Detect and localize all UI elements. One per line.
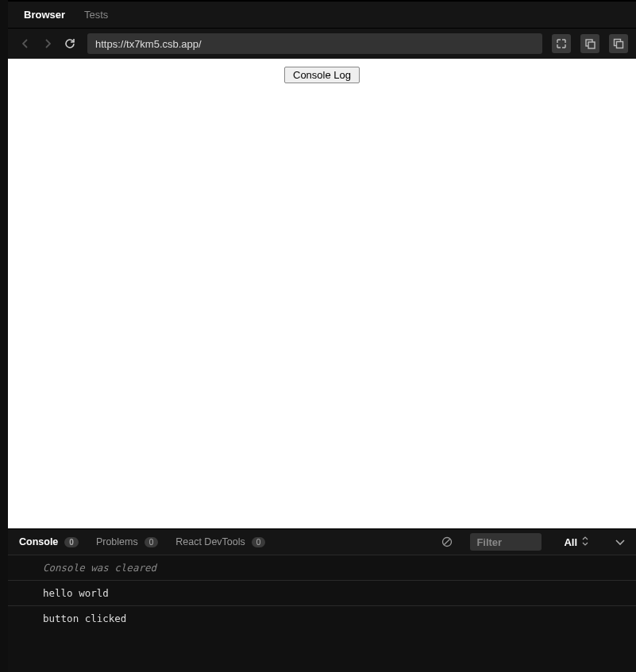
chevron-down-icon <box>615 540 625 546</box>
problems-badge: 0 <box>145 537 159 547</box>
filter-input[interactable] <box>470 533 542 551</box>
react-badge: 0 <box>252 537 266 547</box>
app-root: Browser Tests Console Log <box>0 0 636 672</box>
collapse-panel-button[interactable] <box>615 535 625 549</box>
console-badge: 0 <box>64 537 79 547</box>
preview-tabs: Browser Tests <box>0 0 636 29</box>
tab-tests[interactable]: Tests <box>84 9 108 21</box>
left-strip <box>0 0 8 672</box>
reload-icon <box>64 37 76 50</box>
tab-console-label: Console <box>19 536 58 547</box>
forward-button[interactable] <box>41 39 54 48</box>
log-level-select[interactable]: All <box>559 536 593 548</box>
layers-button[interactable] <box>609 34 628 53</box>
expand-icon <box>556 38 567 49</box>
updown-icon <box>582 536 588 548</box>
copy-icon <box>584 38 596 49</box>
stack-icon <box>613 38 624 49</box>
tab-console[interactable]: Console 0 <box>19 536 79 547</box>
console-line: button clicked <box>8 605 636 631</box>
preview-pane: Console Log <box>8 59 636 528</box>
chevron-left-icon <box>22 39 29 48</box>
preview-content: Console Log <box>8 59 636 83</box>
reload-button[interactable] <box>64 37 78 50</box>
new-window-button[interactable] <box>552 34 571 53</box>
ban-icon <box>441 536 453 547</box>
url-input[interactable] <box>87 33 542 54</box>
clear-console-button[interactable] <box>441 536 453 547</box>
tab-browser[interactable]: Browser <box>24 9 65 21</box>
console-line: hello world <box>8 580 636 605</box>
console-line: Console was cleared <box>8 555 636 580</box>
console-log-button[interactable]: Console Log <box>284 67 360 83</box>
tab-problems[interactable]: Problems 0 <box>96 536 158 547</box>
svg-line-5 <box>445 539 451 545</box>
devtools-panel: Console 0 Problems 0 React DevTools 0 Al… <box>8 528 636 672</box>
back-button[interactable] <box>19 39 32 48</box>
tab-react-label: React DevTools <box>175 536 245 547</box>
log-level-label: All <box>564 536 577 548</box>
chevron-right-icon <box>44 39 51 48</box>
url-bar-row <box>0 29 636 59</box>
tab-react-devtools[interactable]: React DevTools 0 <box>175 536 265 547</box>
svg-rect-1 <box>588 42 595 48</box>
tab-problems-label: Problems <box>96 536 138 547</box>
devtools-tabs: Console 0 Problems 0 React DevTools 0 Al… <box>8 529 636 555</box>
split-button[interactable] <box>580 34 599 53</box>
console-output: Console was cleared hello world button c… <box>8 555 636 672</box>
svg-rect-3 <box>617 42 623 48</box>
